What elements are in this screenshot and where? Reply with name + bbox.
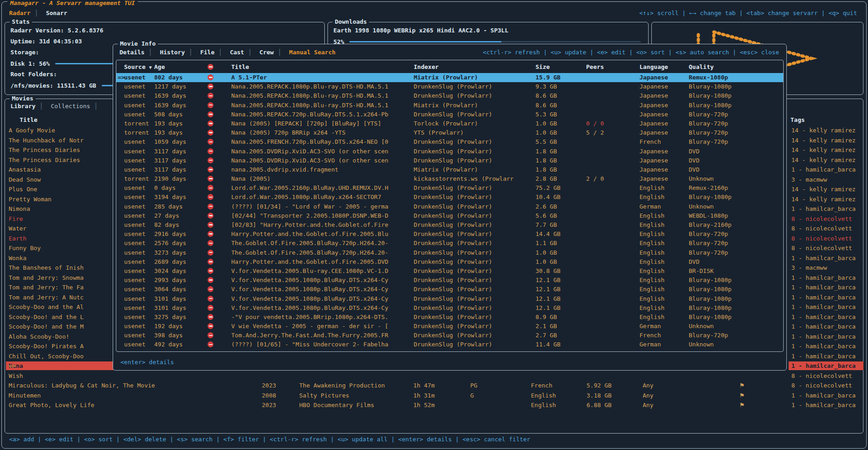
search-result-row[interactable]: usenet 1217 days Nana.2005.REPACK.1080p.… [116,82,783,91]
search-result-row[interactable]: usenet 3101 days V.for.Vendetta.2005.108… [116,294,783,303]
movie-info-tab[interactable]: Manual Search [289,49,336,56]
search-result-row[interactable]: usenet 3117 days Nana.2005.DVDRip.XviD.A… [116,147,783,156]
search-result-row[interactable]: usenet 3117 days Nana.2005.DVDRip.XviD.A… [116,156,783,165]
movie-tag-cell: 1 - hamilcar_barca [789,322,863,331]
search-result-row[interactable]: usenet 3064 days V.for.Vendetta.2005.108… [116,285,783,294]
column-indexer[interactable]: Indexer [414,61,533,73]
movies-tab[interactable]: Collections [51,103,102,110]
column-language[interactable]: Language [639,61,668,73]
movie-row[interactable]: Miraculous: Ladybug & Cat Noir, The Movi… [5,381,863,391]
movie-info-tab[interactable]: Crew [260,49,286,56]
quality-cell: DVD [689,165,699,174]
movie-info-tab[interactable]: File [200,49,226,56]
search-result-row[interactable]: usenet 2689 days Harry.Potter.and.the.Go… [116,257,783,267]
quality-cell: Bluray-720p [689,137,728,147]
language-cell: English [639,211,665,220]
movie-tag-cell: 8 - nicolecolvett [789,244,863,252]
tags-column-header[interactable]: Tags [790,115,805,125]
search-result-row[interactable]: usenet 192 days V wie Vendetta - 2005 - … [116,322,783,331]
column-peers[interactable]: Peers [586,61,604,73]
movie-title-cell: Tom and Jerry: Snowma [6,273,83,282]
movie-info-tab[interactable]: History [160,49,197,56]
column-size[interactable]: Size [535,61,550,73]
search-result-row[interactable]: usenet 285 days (????) [01/34] - "Lord o… [116,202,783,211]
search-result-row[interactable]: usenet 3194 days Lord.of.War.2005.1080p.… [116,193,783,202]
movies-tab[interactable]: Library [10,103,47,110]
movie-title-cell: Fire [6,215,23,223]
movie-info-tab[interactable]: Cast [230,49,256,56]
source-cell: usenet [124,165,146,174]
movie-tag-cell: 1 - hamilcar_barca [789,273,863,282]
search-result-row[interactable]: usenet 2993 days V.for.Vendetta.2005.108… [116,276,783,285]
column-quality[interactable]: Quality [689,61,714,73]
movie-title-cell: Wonka [6,254,26,262]
indexer-cell: DrunkenSlug (Prowlarr) [414,313,533,322]
source-cell: torrent [124,128,149,137]
movie-title-cell: Wish [6,372,23,380]
search-result-row[interactable]: usenet 1639 days Nana.2005.REPACK.1080p.… [116,101,783,110]
search-result-row[interactable]: usenet 398 days Tom.And.Jerry.The.Fast.A… [116,331,783,340]
search-result-row[interactable]: => usenet 802 days A 5.1-PTer Miatrix (P… [116,73,783,82]
size-cell: 1.0 GB [535,257,557,267]
movie-tag-cell: 1 - hamilcar_barca [789,313,863,321]
size-cell: 8.6 GB [535,101,557,110]
sort-desc-icon: ▼ [149,65,152,70]
search-result-row[interactable]: torrent 2190 days Nana (2005) kickasstor… [116,174,783,183]
movie-row[interactable]: Minutemen 2008 Salty Pictures 1h 31m G E… [5,391,863,401]
search-result-row[interactable]: torrent 193 days Nana (2005) 720p BRRip … [116,128,783,137]
column-source[interactable]: Source ▼ [124,61,152,73]
age-cell: 3117 days [154,147,186,156]
quality-cell: Unknown [689,340,714,349]
movie-title: The Princess Diaries [9,157,80,163]
movie-tag-cell: 8 - nicolecolvett [789,381,863,390]
size-cell: 12.1 GB [535,276,561,285]
servarr-tab[interactable]: Radarr [9,10,42,16]
movie-row[interactable]: Great Photo, Lovely Life 2023 HBO Docume… [5,400,863,410]
search-result-row[interactable]: usenet 3273 days The.Goblet.Of.Fire.2005… [116,248,783,257]
movie-title: Scooby-Doo! Pirates A [9,343,83,350]
column-title[interactable]: Title [231,61,412,73]
download-gauge [349,41,641,42]
title-column-header[interactable]: Title [20,115,37,125]
search-result-row[interactable]: usenet 508 days Nana.2005.REPACK.720p.Bl… [116,110,783,119]
column-rejected-icon[interactable] [208,61,217,73]
search-result-row[interactable]: usenet 0 days Lord.of.War.2005.2160p.Blu… [116,183,783,193]
quality-cell: Bluray-720p [689,128,728,137]
search-result-row[interactable]: usenet 3101 days V.for.Vendetta.2005.108… [116,303,783,313]
indexer-cell: DrunkenSlug (Prowlarr) [414,211,533,220]
search-result-row[interactable]: usenet 2576 days The.Goblet.Of.Fire.2005… [116,239,783,248]
size-cell: 30.8 GB [535,267,561,276]
radarr-version-line: Radarr Version: 5.2.6.8376 [10,25,317,36]
column-age[interactable]: Age [154,61,165,73]
movie-row[interactable]: Wish 8 - nicolecolvett [5,371,863,381]
quality-cell: Unknown [689,322,714,331]
language-cell: German [639,202,661,211]
servarr-tab[interactable]: Sonarr [46,10,68,16]
age-cell: 3275 days [154,313,186,322]
age-cell: 2916 days [154,230,186,239]
movie-title: The Hunchback of Notr [9,137,83,144]
uptime-value: 31d 04:35:03 [39,38,82,45]
search-result-row[interactable]: usenet 82 days [02/83] "Harry.Potter.and… [116,220,783,230]
movie-info-tab[interactable]: Details [120,49,156,56]
blocked-circle-icon [208,222,213,228]
blocked-circle-icon [208,111,213,117]
movie-quality-cell: Any [643,400,653,410]
movie-title: Tom and Jerry: Snowma [9,274,83,281]
release-title-cell: V wie Vendetta - 2005 - german - der sir… [231,322,412,331]
search-result-row[interactable]: usenet 492 days (????) [01/65] - "Miss U… [116,340,783,349]
rejected-cell [208,220,217,230]
search-result-row[interactable]: usenet 1059 days Nana.2005.FRENCH.720p.B… [116,137,783,147]
movie-tag-cell: 8 - nicolecolvett [789,372,863,380]
language-cell: Japanese [639,110,668,119]
search-result-row[interactable]: usenet 3275 days -"V pour vendetta.2005.… [116,313,783,322]
search-result-row[interactable]: torrent 193 days Nana (2005) [REPACK] [7… [116,119,783,128]
search-result-row[interactable]: usenet 27 days [02/44] "Transporter 2.20… [116,211,783,220]
release-title-cell: Nana.2005.DVDRip.XviD.AC3-SVO (or other … [231,147,412,156]
search-result-row[interactable]: usenet 1639 days Nana.2005.REPACK.1080p.… [116,91,783,100]
rejected-cell [208,202,217,211]
search-result-row[interactable]: usenet 3024 days V.for.Vendetta.2005.Blu… [116,267,783,276]
search-result-row[interactable]: usenet 2916 days Harry.Potter.and.the.Go… [116,230,783,239]
source-cell: usenet [124,322,146,331]
search-result-row[interactable]: usenet 3117 days nana.2005.dvdrip.xvid.f… [116,165,783,174]
